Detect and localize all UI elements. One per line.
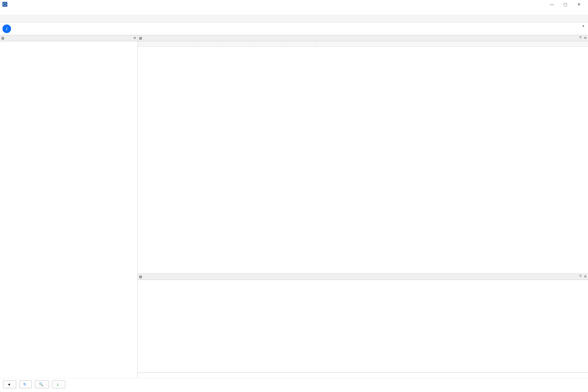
col-modified[interactable]	[219, 41, 255, 47]
bottom-toolbar: ◄ ↻ 🔍 ⭳	[0, 378, 588, 390]
file-pane-header: ⊞ ⇱ ✕	[138, 35, 588, 41]
col-name[interactable]	[138, 41, 195, 47]
file-close-icon[interactable]: ✕	[584, 36, 587, 40]
file-list-body[interactable]	[138, 47, 588, 273]
tree-close-icon[interactable]: ✕	[133, 36, 136, 40]
info-icon: i	[2, 24, 11, 33]
back-arrow-icon: ◄	[7, 382, 11, 386]
hex-status-bar	[138, 372, 588, 378]
tree-body[interactable]	[0, 41, 138, 378]
close-button[interactable]: ✕	[572, 0, 586, 9]
folder-icon: ⊞	[139, 36, 142, 40]
pin-icon[interactable]: ⇱	[579, 36, 582, 39]
hex-pin-icon[interactable]: ⇱	[579, 274, 582, 278]
hex-close-icon[interactable]: ✕	[584, 274, 587, 279]
recover-icon: ⭳	[56, 382, 60, 386]
menubar	[0, 9, 588, 15]
more-less-button[interactable]: ↻	[19, 380, 32, 388]
app-icon	[2, 2, 7, 7]
tabbar	[0, 15, 588, 23]
hex-body[interactable]	[138, 280, 588, 372]
hex-pane: ⊞ ⇱ ✕	[138, 274, 588, 378]
maximize-button[interactable]: ▢	[559, 0, 572, 9]
col-size[interactable]	[195, 41, 219, 47]
collapse-info-icon[interactable]: ▲	[582, 24, 585, 27]
titlebar: ― ▢ ✕	[0, 0, 588, 9]
col-attr[interactable]	[282, 41, 316, 47]
col-id[interactable]	[255, 41, 282, 47]
refresh-icon: ↻	[23, 382, 26, 386]
back-button[interactable]: ◄	[3, 380, 16, 388]
volume-icon: ⊞	[1, 36, 4, 40]
tree-pane: ⊞ ✕	[0, 35, 138, 378]
search-folder-icon: 🔍	[39, 382, 43, 386]
hex-file-icon: ⊞	[139, 275, 142, 279]
minimize-button[interactable]: ―	[545, 0, 559, 9]
search-folders-button[interactable]: 🔍	[35, 380, 49, 388]
file-list-pane: ⊞ ⇱ ✕	[138, 35, 588, 274]
info-banner: i ▲	[0, 23, 588, 35]
recover-button[interactable]: ⭳	[52, 380, 65, 388]
hex-header: ⊞ ⇱ ✕	[138, 274, 588, 280]
file-column-headers[interactable]	[138, 41, 588, 47]
tree-pane-header: ⊞ ✕	[0, 35, 138, 41]
